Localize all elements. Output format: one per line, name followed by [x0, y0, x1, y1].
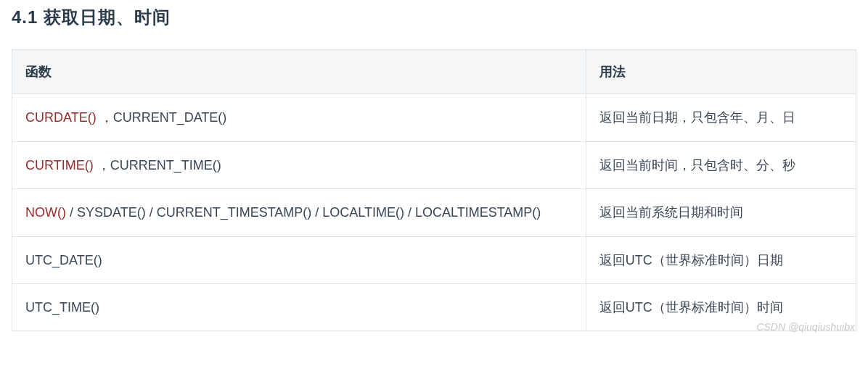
function-table: 函数 用法 CURDATE() ，CURRENT_DATE() 返回当前日期，只… — [12, 49, 856, 331]
header-usage: 用法 — [586, 50, 856, 94]
cell-function: CURDATE() ，CURRENT_DATE() — [12, 94, 586, 141]
function-text: UTC_TIME() — [25, 300, 99, 315]
cell-usage: 返回UTC（世界标准时间）日期 — [586, 236, 856, 283]
table-row: UTC_TIME() 返回UTC（世界标准时间）时间 — [12, 283, 856, 331]
function-highlight: CURTIME() — [25, 158, 94, 173]
function-text: ，CURRENT_TIME() — [94, 158, 221, 173]
function-highlight: CURDATE() — [25, 110, 97, 125]
cell-function: UTC_TIME() — [12, 283, 586, 331]
table-row: CURDATE() ，CURRENT_DATE() 返回当前日期，只包含年、月、… — [12, 94, 856, 141]
table-row: CURTIME() ，CURRENT_TIME() 返回当前时间，只包含时、分、… — [12, 141, 856, 188]
table-row: NOW() / SYSDATE() / CURRENT_TIMESTAMP() … — [12, 189, 856, 236]
function-text: ，CURRENT_DATE() — [97, 110, 227, 125]
cell-usage: 返回当前系统日期和时间 — [586, 189, 856, 236]
cell-function: NOW() / SYSDATE() / CURRENT_TIMESTAMP() … — [12, 189, 586, 236]
function-text: / SYSDATE() / CURRENT_TIMESTAMP() / LOCA… — [66, 205, 541, 220]
cell-usage: 返回当前时间，只包含时、分、秒 — [586, 141, 856, 188]
header-function: 函数 — [12, 50, 586, 94]
cell-function: CURTIME() ，CURRENT_TIME() — [12, 141, 586, 188]
table-header-row: 函数 用法 — [12, 50, 856, 94]
cell-usage: 返回UTC（世界标准时间）时间 — [586, 283, 856, 331]
table-row: UTC_DATE() 返回UTC（世界标准时间）日期 — [12, 236, 856, 283]
function-highlight: NOW() — [25, 205, 66, 220]
section-heading: 4.1 获取日期、时间 — [12, 6, 856, 29]
cell-function: UTC_DATE() — [12, 236, 586, 283]
cell-usage: 返回当前日期，只包含年、月、日 — [586, 94, 856, 141]
function-text: UTC_DATE() — [25, 253, 102, 267]
